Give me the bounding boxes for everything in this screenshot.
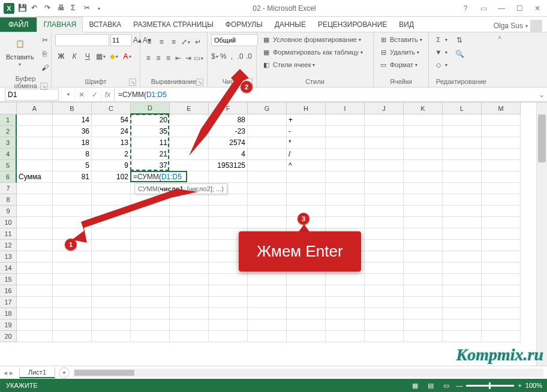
cell[interactable] bbox=[482, 251, 521, 263]
cell[interactable] bbox=[404, 194, 443, 206]
cell[interactable] bbox=[92, 194, 131, 206]
cell[interactable] bbox=[404, 297, 443, 308]
underline-button[interactable]: Ч bbox=[82, 50, 94, 62]
cell[interactable] bbox=[443, 206, 482, 217]
cell[interactable] bbox=[404, 274, 443, 285]
cell[interactable] bbox=[443, 194, 482, 206]
fill-color-icon[interactable]: ◆ bbox=[108, 50, 120, 62]
cell[interactable] bbox=[443, 137, 482, 149]
cell[interactable] bbox=[443, 297, 482, 308]
cell[interactable] bbox=[326, 285, 365, 297]
cell[interactable] bbox=[482, 206, 521, 217]
cell[interactable] bbox=[53, 285, 92, 297]
font-select[interactable] bbox=[55, 34, 109, 46]
cell[interactable] bbox=[482, 149, 521, 160]
cell[interactable] bbox=[53, 297, 92, 308]
cut-icon[interactable]: ✂ bbox=[84, 4, 94, 13]
cell[interactable] bbox=[170, 251, 209, 263]
cell[interactable] bbox=[17, 274, 53, 285]
align-bottom-icon[interactable]: ≡ bbox=[168, 36, 179, 48]
cell-F3[interactable]: 2574 bbox=[209, 137, 248, 149]
cell-D4[interactable]: 21 bbox=[131, 149, 170, 160]
cell[interactable] bbox=[365, 194, 404, 206]
col-header-D[interactable]: D bbox=[131, 102, 170, 114]
col-header-H[interactable]: H bbox=[287, 102, 326, 114]
cell[interactable] bbox=[287, 183, 326, 194]
cell[interactable] bbox=[131, 240, 170, 251]
cell[interactable] bbox=[53, 217, 92, 228]
cell[interactable] bbox=[326, 160, 365, 171]
col-header-J[interactable]: J bbox=[365, 102, 404, 114]
cell[interactable] bbox=[92, 331, 131, 342]
cell[interactable] bbox=[404, 331, 443, 342]
cell[interactable] bbox=[17, 126, 53, 137]
italic-button[interactable]: К bbox=[68, 50, 80, 62]
cell[interactable] bbox=[443, 240, 482, 251]
tab-рецензирование[interactable]: РЕЦЕНЗИРОВАНИЕ bbox=[312, 17, 393, 32]
cell[interactable] bbox=[404, 251, 443, 263]
format-cells-button[interactable]: ▭Формат▾ bbox=[377, 59, 423, 70]
cell[interactable] bbox=[17, 194, 53, 206]
bold-button[interactable]: Ж bbox=[55, 50, 67, 62]
column-headers[interactable]: ABCDEFGHIJKLM bbox=[17, 102, 536, 114]
cell[interactable] bbox=[365, 285, 404, 297]
align-center-icon[interactable]: ≡ bbox=[154, 52, 163, 64]
sum-icon[interactable]: Σ bbox=[71, 4, 80, 13]
cell[interactable] bbox=[248, 160, 287, 171]
cell[interactable] bbox=[92, 240, 131, 251]
cell-C1[interactable]: 54 bbox=[92, 114, 131, 126]
cell[interactable] bbox=[170, 206, 209, 217]
cell[interactable] bbox=[209, 297, 248, 308]
cell[interactable] bbox=[17, 331, 53, 342]
cell[interactable] bbox=[326, 308, 365, 319]
cell[interactable] bbox=[443, 217, 482, 228]
border-icon[interactable]: ▦ bbox=[95, 50, 107, 62]
cell[interactable] bbox=[404, 240, 443, 251]
cell[interactable] bbox=[170, 285, 209, 297]
cell[interactable] bbox=[482, 297, 521, 308]
user-account[interactable]: Olga Sus ▾ bbox=[494, 20, 547, 32]
font-color-icon[interactable]: A bbox=[121, 50, 133, 62]
cell[interactable] bbox=[209, 274, 248, 285]
cell[interactable] bbox=[170, 308, 209, 319]
qat-customize-icon[interactable] bbox=[97, 4, 107, 13]
cell[interactable] bbox=[131, 251, 170, 263]
cell[interactable] bbox=[131, 217, 170, 228]
col-header-E[interactable]: E bbox=[170, 102, 209, 114]
cell-C4[interactable]: 2 bbox=[92, 149, 131, 160]
cell[interactable] bbox=[404, 263, 443, 274]
row-header-20[interactable]: 20 bbox=[0, 331, 17, 342]
cell-D1[interactable]: 20 bbox=[131, 114, 170, 126]
row-header-6[interactable]: 6 bbox=[0, 171, 17, 183]
cell[interactable] bbox=[365, 297, 404, 308]
currency-icon[interactable]: $ bbox=[211, 50, 218, 62]
cell[interactable] bbox=[131, 263, 170, 274]
cell-H3[interactable]: * bbox=[287, 137, 326, 149]
cell[interactable] bbox=[287, 319, 326, 331]
cell[interactable] bbox=[131, 206, 170, 217]
find-select-icon[interactable]: 🔍 bbox=[453, 48, 465, 60]
cell[interactable] bbox=[365, 183, 404, 194]
autosum-button[interactable]: Σ▾ bbox=[432, 34, 449, 45]
cell[interactable] bbox=[170, 114, 209, 126]
cell[interactable] bbox=[443, 149, 482, 160]
cell[interactable] bbox=[365, 251, 404, 263]
cell-F1[interactable]: 88 bbox=[209, 114, 248, 126]
col-header-C[interactable]: C bbox=[92, 102, 131, 114]
copy-icon[interactable]: ⎘ bbox=[39, 48, 51, 60]
row-header-14[interactable]: 14 bbox=[0, 263, 17, 274]
cell-F4[interactable]: 4 bbox=[209, 149, 248, 160]
clear-button[interactable]: ◇▾ bbox=[432, 59, 449, 70]
merge-icon[interactable]: ▭ bbox=[194, 52, 203, 64]
formula-expand-icon[interactable]: ⌄ bbox=[536, 89, 547, 101]
cell[interactable] bbox=[209, 319, 248, 331]
cell[interactable] bbox=[365, 240, 404, 251]
cell[interactable] bbox=[443, 274, 482, 285]
cell[interactable] bbox=[170, 137, 209, 149]
tab-главная[interactable]: ГЛАВНАЯ bbox=[37, 17, 83, 32]
cell[interactable] bbox=[365, 274, 404, 285]
cell[interactable] bbox=[53, 228, 92, 240]
cell[interactable] bbox=[482, 331, 521, 342]
cell[interactable] bbox=[287, 171, 326, 183]
cell[interactable] bbox=[287, 285, 326, 297]
